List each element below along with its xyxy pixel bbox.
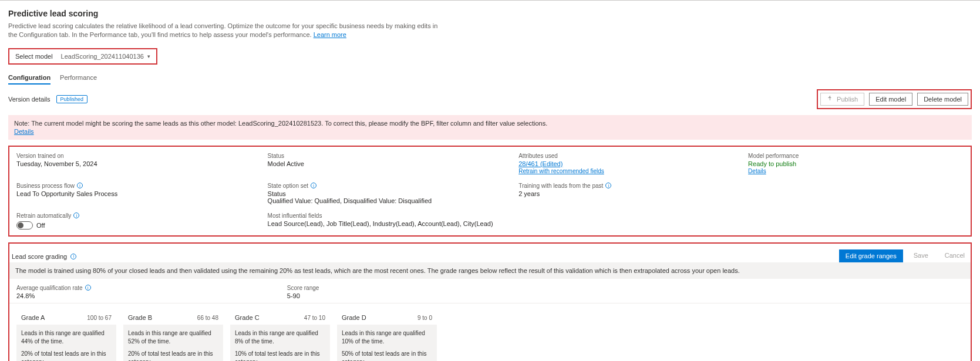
grade-name: Grade B — [128, 314, 152, 321]
attributes-value[interactable]: 28/461 (Edited) — [518, 160, 563, 167]
trained-on-label: Version trained on — [16, 153, 254, 159]
published-badge: Published — [56, 95, 88, 103]
learn-more-link[interactable]: Learn more — [314, 31, 346, 38]
state-option-value2: Qualified Value: Qualified, Disqualified… — [268, 197, 505, 204]
grading-info-text: The model is trained using 80% of your c… — [9, 262, 971, 279]
selected-model-name: LeadScoring_202411040136 — [61, 53, 144, 60]
select-model-control[interactable]: Select model LeadScoring_202411040136 ▾ — [8, 48, 157, 65]
retrain-auto-label: Retrain automatically — [16, 212, 71, 219]
toggle-thumb — [18, 222, 23, 228]
grade-line2: 10% of total test leads are in this cate… — [235, 350, 325, 361]
score-range-label: Score range — [287, 285, 964, 291]
publish-button: Publish — [820, 93, 864, 106]
grade-range: 9 to 0 — [417, 315, 432, 321]
info-icon[interactable]: i — [70, 254, 76, 259]
edit-model-button[interactable]: Edit model — [869, 93, 912, 106]
info-icon[interactable]: i — [311, 183, 316, 188]
score-range-value: 5-90 — [287, 292, 964, 299]
publish-label: Publish — [837, 96, 858, 103]
qual-rate-value: 24.8% — [16, 292, 287, 299]
grading-title: Lead score grading — [12, 253, 67, 260]
duplicate-scoring-alert: Note: The current model might be scoring… — [8, 115, 972, 140]
select-model-label: Select model — [15, 53, 53, 60]
bpf-value: Lead To Opportunity Sales Process — [16, 190, 254, 197]
page-title: Predictive lead scoring — [8, 9, 972, 18]
retrain-recommended-link[interactable]: Retrain with recommended fields — [518, 168, 604, 174]
training-past-value: 2 years — [518, 190, 734, 197]
info-icon[interactable]: i — [85, 285, 91, 291]
info-icon[interactable]: i — [77, 183, 83, 188]
publish-icon — [827, 96, 833, 102]
grade-line2: 20% of total test leads are in this cate… — [128, 350, 218, 361]
grade-line1: Leads in this range are qualified 52% of… — [128, 329, 218, 346]
save-grades-button: Save — [908, 249, 934, 262]
retrain-auto-toggle[interactable]: Off — [16, 221, 254, 230]
status-label: Status — [268, 153, 505, 159]
tab-configuration[interactable]: Configuration — [8, 72, 50, 85]
grade-card: Grade C 47 to 10 Leads in this range are… — [230, 311, 330, 361]
grade-range: 100 to 67 — [87, 315, 112, 321]
grade-name: Grade C — [235, 314, 260, 321]
grade-line2: 20% of total test leads are in this cate… — [21, 350, 112, 361]
grade-line1: Leads in this range are qualified 44% of… — [21, 329, 112, 346]
grade-line1: Leads in this range are qualified 10% of… — [342, 329, 432, 346]
grade-line1: Leads in this range are qualified 8% of … — [235, 329, 325, 346]
page-description-text: Predictive lead scoring calculates the r… — [8, 22, 437, 38]
grade-card: Grade B 66 to 48 Leads in this range are… — [123, 311, 223, 361]
alert-text: Note: The current model might be scoring… — [14, 120, 966, 127]
alert-details-link[interactable]: Details — [14, 128, 34, 135]
model-performance-value: Ready to publish — [748, 160, 964, 167]
chevron-down-icon: ▾ — [147, 53, 150, 59]
state-option-value1: Status — [268, 190, 505, 197]
grades-row: Grade A 100 to 67 Leads in this range ar… — [9, 303, 971, 361]
info-icon[interactable]: i — [73, 212, 79, 218]
delete-model-button[interactable]: Delete model — [917, 93, 968, 106]
grade-card: Grade D 9 to 0 Leads in this range are q… — [337, 311, 437, 361]
model-performance-details-link[interactable]: Details — [748, 168, 766, 174]
cancel-grades-button: Cancel — [939, 249, 971, 262]
influential-fields-label: Most influential fields — [268, 212, 964, 219]
influential-fields-value: Lead Source(Lead), Job Title(Lead), Indu… — [268, 220, 964, 227]
info-icon[interactable]: i — [605, 183, 611, 188]
grade-line2: 50% of total test leads are in this cate… — [342, 350, 432, 361]
training-past-label: Training with leads from the past — [518, 183, 603, 189]
bpf-label: Business process flow — [16, 183, 75, 189]
grade-name: Grade D — [342, 314, 366, 321]
state-option-label: State option set — [268, 183, 309, 189]
model-performance-label: Model performance — [748, 153, 964, 159]
trained-on-value: Tuesday, November 5, 2024 — [16, 160, 254, 167]
model-action-buttons: Publish Edit model Delete model — [817, 89, 972, 109]
grade-range: 47 to 10 — [304, 315, 325, 321]
edit-grade-ranges-button[interactable]: Edit grade ranges — [839, 249, 903, 262]
retrain-auto-value: Off — [36, 222, 45, 229]
status-value: Model Active — [268, 160, 505, 167]
page-description: Predictive lead scoring calculates the r… — [8, 22, 443, 40]
select-model-value[interactable]: LeadScoring_202411040136 ▾ — [61, 53, 150, 60]
toggle-track — [16, 221, 33, 230]
grade-card: Grade A 100 to 67 Leads in this range ar… — [16, 311, 116, 361]
qual-rate-label: Average qualification rate — [16, 285, 83, 291]
attributes-label: Attributes used — [518, 153, 734, 159]
tabs: Configuration Performance — [8, 72, 972, 85]
version-details-panel: Version trained on Tuesday, November 5, … — [8, 146, 972, 237]
tab-performance[interactable]: Performance — [60, 72, 97, 85]
grade-name: Grade A — [21, 314, 45, 321]
version-details-label: Version details — [8, 96, 50, 103]
grade-range: 66 to 48 — [197, 315, 218, 321]
